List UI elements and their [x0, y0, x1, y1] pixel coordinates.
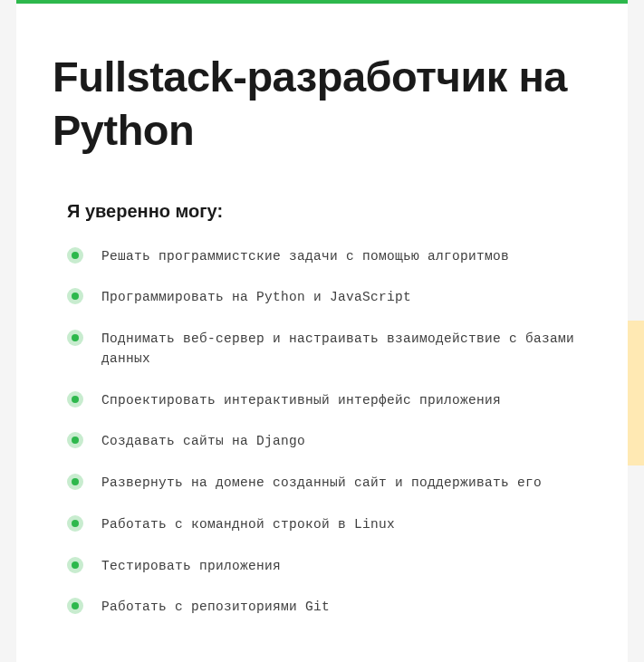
- skill-text: Решать программистские задачи с помощью …: [101, 247, 509, 267]
- list-item: Решать программистские задачи с помощью …: [67, 247, 577, 267]
- bullet-icon: [67, 598, 83, 614]
- content-section: Я уверенно могу: Решать программистские …: [16, 158, 628, 619]
- page-title: Fullstack-разработчик на Python: [16, 4, 628, 158]
- skill-text: Спроектировать интерактивный интерфейс п…: [101, 391, 501, 411]
- skill-text: Поднимать веб-сервер и настраивать взаим…: [101, 330, 577, 369]
- skills-list: Решать программистские задачи с помощью …: [67, 247, 577, 619]
- list-item: Программировать на Python и JavaScript: [67, 288, 577, 308]
- skill-text: Развернуть на домене созданный сайт и по…: [101, 474, 542, 494]
- skill-text: Создавать сайты на Django: [101, 432, 305, 452]
- bullet-icon: [67, 330, 83, 346]
- side-accent-tab: [628, 321, 644, 465]
- list-item: Развернуть на домене созданный сайт и по…: [67, 474, 577, 494]
- bullet-icon: [67, 432, 83, 448]
- list-item: Спроектировать интерактивный интерфейс п…: [67, 391, 577, 411]
- skill-text: Работать с командной строкой в Linux: [101, 515, 395, 535]
- bullet-icon: [67, 247, 83, 264]
- list-item: Поднимать веб-сервер и настраивать взаим…: [67, 330, 577, 369]
- list-item: Тестировать приложения: [67, 557, 577, 577]
- document-card: Fullstack-разработчик на Python Я уверен…: [16, 0, 628, 662]
- bullet-icon: [67, 391, 83, 408]
- skill-text: Тестировать приложения: [101, 557, 281, 577]
- bullet-icon: [67, 557, 83, 573]
- skills-subtitle: Я уверенно могу:: [67, 201, 577, 222]
- list-item: Создавать сайты на Django: [67, 432, 577, 452]
- bullet-icon: [67, 288, 83, 304]
- bullet-icon: [67, 515, 83, 532]
- skill-text: Программировать на Python и JavaScript: [101, 288, 411, 308]
- list-item: Работать с репозиториями Git: [67, 598, 577, 618]
- list-item: Работать с командной строкой в Linux: [67, 515, 577, 535]
- bullet-icon: [67, 474, 83, 490]
- skill-text: Работать с репозиториями Git: [101, 598, 330, 618]
